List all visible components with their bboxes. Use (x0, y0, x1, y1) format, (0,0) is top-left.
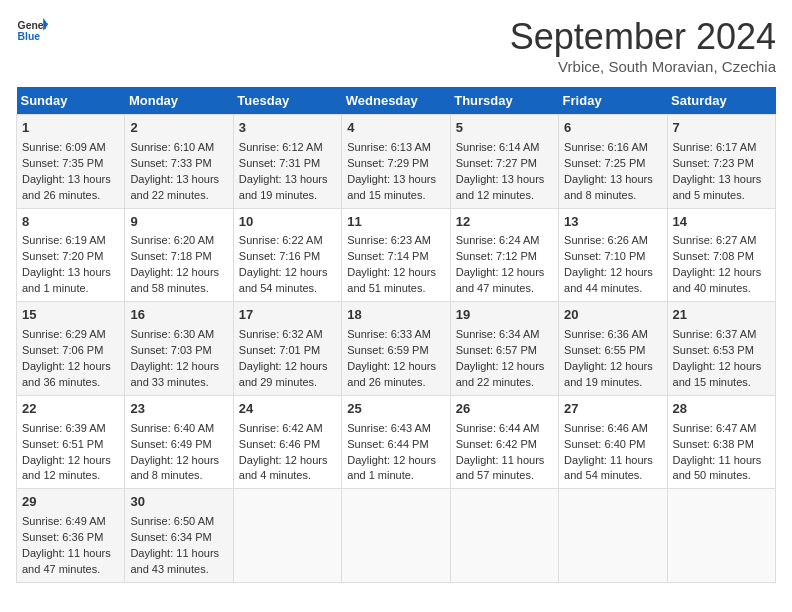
sunrise-text: Sunrise: 6:46 AM (564, 422, 648, 434)
sunrise-text: Sunrise: 6:33 AM (347, 328, 431, 340)
sunrise-text: Sunrise: 6:30 AM (130, 328, 214, 340)
daylight-label: Daylight: 13 hours and 8 minutes. (564, 173, 653, 201)
sunrise-text: Sunrise: 6:42 AM (239, 422, 323, 434)
calendar-cell: 7Sunrise: 6:17 AMSunset: 7:23 PMDaylight… (667, 115, 775, 209)
sunset-text: Sunset: 7:08 PM (673, 250, 754, 262)
day-number: 10 (239, 213, 336, 232)
day-number: 23 (130, 400, 227, 419)
daylight-label: Daylight: 13 hours and 26 minutes. (22, 173, 111, 201)
day-header-sunday: Sunday (17, 87, 125, 115)
calendar-cell: 8Sunrise: 6:19 AMSunset: 7:20 PMDaylight… (17, 208, 125, 302)
day-number: 30 (130, 493, 227, 512)
daylight-label: Daylight: 12 hours and 44 minutes. (564, 266, 653, 294)
sunset-text: Sunset: 7:14 PM (347, 250, 428, 262)
calendar-cell: 5Sunrise: 6:14 AMSunset: 7:27 PMDaylight… (450, 115, 558, 209)
day-number: 5 (456, 119, 553, 138)
day-number: 26 (456, 400, 553, 419)
sunrise-text: Sunrise: 6:09 AM (22, 141, 106, 153)
daylight-label: Daylight: 13 hours and 5 minutes. (673, 173, 762, 201)
daylight-label: Daylight: 12 hours and 4 minutes. (239, 454, 328, 482)
daylight-label: Daylight: 11 hours and 47 minutes. (22, 547, 111, 575)
sunrise-text: Sunrise: 6:29 AM (22, 328, 106, 340)
day-header-tuesday: Tuesday (233, 87, 341, 115)
calendar-cell (559, 489, 667, 583)
day-number: 16 (130, 306, 227, 325)
sunrise-text: Sunrise: 6:34 AM (456, 328, 540, 340)
calendar-cell: 13Sunrise: 6:26 AMSunset: 7:10 PMDayligh… (559, 208, 667, 302)
sunrise-text: Sunrise: 6:20 AM (130, 234, 214, 246)
calendar-cell: 19Sunrise: 6:34 AMSunset: 6:57 PMDayligh… (450, 302, 558, 396)
sunset-text: Sunset: 7:10 PM (564, 250, 645, 262)
calendar-cell: 9Sunrise: 6:20 AMSunset: 7:18 PMDaylight… (125, 208, 233, 302)
sunset-text: Sunset: 6:42 PM (456, 438, 537, 450)
sunset-text: Sunset: 6:57 PM (456, 344, 537, 356)
day-number: 14 (673, 213, 770, 232)
sunset-text: Sunset: 7:25 PM (564, 157, 645, 169)
daylight-label: Daylight: 12 hours and 58 minutes. (130, 266, 219, 294)
day-header-friday: Friday (559, 87, 667, 115)
sunset-text: Sunset: 6:55 PM (564, 344, 645, 356)
calendar-week-1: 1Sunrise: 6:09 AMSunset: 7:35 PMDaylight… (17, 115, 776, 209)
sunrise-text: Sunrise: 6:27 AM (673, 234, 757, 246)
sunrise-text: Sunrise: 6:13 AM (347, 141, 431, 153)
calendar-cell: 6Sunrise: 6:16 AMSunset: 7:25 PMDaylight… (559, 115, 667, 209)
sunset-text: Sunset: 7:18 PM (130, 250, 211, 262)
calendar-cell (667, 489, 775, 583)
day-number: 27 (564, 400, 661, 419)
calendar-table: SundayMondayTuesdayWednesdayThursdayFrid… (16, 87, 776, 583)
sunrise-text: Sunrise: 6:14 AM (456, 141, 540, 153)
daylight-label: Daylight: 12 hours and 22 minutes. (456, 360, 545, 388)
calendar-cell: 30Sunrise: 6:50 AMSunset: 6:34 PMDayligh… (125, 489, 233, 583)
day-number: 29 (22, 493, 119, 512)
sunset-text: Sunset: 7:12 PM (456, 250, 537, 262)
calendar-cell: 15Sunrise: 6:29 AMSunset: 7:06 PMDayligh… (17, 302, 125, 396)
daylight-label: Daylight: 13 hours and 15 minutes. (347, 173, 436, 201)
sunset-text: Sunset: 6:38 PM (673, 438, 754, 450)
page-header: General Blue September 2024 Vrbice, Sout… (16, 16, 776, 75)
day-number: 25 (347, 400, 444, 419)
daylight-label: Daylight: 12 hours and 19 minutes. (564, 360, 653, 388)
calendar-cell: 26Sunrise: 6:44 AMSunset: 6:42 PMDayligh… (450, 395, 558, 489)
calendar-cell (233, 489, 341, 583)
calendar-week-2: 8Sunrise: 6:19 AMSunset: 7:20 PMDaylight… (17, 208, 776, 302)
sunset-text: Sunset: 6:59 PM (347, 344, 428, 356)
day-number: 21 (673, 306, 770, 325)
day-number: 4 (347, 119, 444, 138)
sunrise-text: Sunrise: 6:12 AM (239, 141, 323, 153)
calendar-cell: 21Sunrise: 6:37 AMSunset: 6:53 PMDayligh… (667, 302, 775, 396)
day-number: 3 (239, 119, 336, 138)
daylight-label: Daylight: 12 hours and 15 minutes. (673, 360, 762, 388)
sunrise-text: Sunrise: 6:47 AM (673, 422, 757, 434)
sunrise-text: Sunrise: 6:40 AM (130, 422, 214, 434)
sunset-text: Sunset: 7:35 PM (22, 157, 103, 169)
day-header-monday: Monday (125, 87, 233, 115)
calendar-week-3: 15Sunrise: 6:29 AMSunset: 7:06 PMDayligh… (17, 302, 776, 396)
daylight-label: Daylight: 12 hours and 33 minutes. (130, 360, 219, 388)
sunrise-text: Sunrise: 6:37 AM (673, 328, 757, 340)
daylight-label: Daylight: 12 hours and 8 minutes. (130, 454, 219, 482)
title-area: September 2024 Vrbice, South Moravian, C… (510, 16, 776, 75)
calendar-cell: 4Sunrise: 6:13 AMSunset: 7:29 PMDaylight… (342, 115, 450, 209)
calendar-cell (450, 489, 558, 583)
day-number: 8 (22, 213, 119, 232)
calendar-cell: 23Sunrise: 6:40 AMSunset: 6:49 PMDayligh… (125, 395, 233, 489)
day-header-wednesday: Wednesday (342, 87, 450, 115)
day-number: 22 (22, 400, 119, 419)
day-number: 11 (347, 213, 444, 232)
daylight-label: Daylight: 12 hours and 47 minutes. (456, 266, 545, 294)
sunset-text: Sunset: 6:36 PM (22, 531, 103, 543)
sunrise-text: Sunrise: 6:49 AM (22, 515, 106, 527)
sunrise-text: Sunrise: 6:39 AM (22, 422, 106, 434)
daylight-label: Daylight: 12 hours and 1 minute. (347, 454, 436, 482)
day-header-thursday: Thursday (450, 87, 558, 115)
day-number: 7 (673, 119, 770, 138)
sunrise-text: Sunrise: 6:19 AM (22, 234, 106, 246)
calendar-cell: 28Sunrise: 6:47 AMSunset: 6:38 PMDayligh… (667, 395, 775, 489)
day-number: 6 (564, 119, 661, 138)
daylight-label: Daylight: 12 hours and 40 minutes. (673, 266, 762, 294)
calendar-cell (342, 489, 450, 583)
calendar-cell: 1Sunrise: 6:09 AMSunset: 7:35 PMDaylight… (17, 115, 125, 209)
daylight-label: Daylight: 11 hours and 57 minutes. (456, 454, 545, 482)
daylight-label: Daylight: 11 hours and 43 minutes. (130, 547, 219, 575)
calendar-cell: 2Sunrise: 6:10 AMSunset: 7:33 PMDaylight… (125, 115, 233, 209)
